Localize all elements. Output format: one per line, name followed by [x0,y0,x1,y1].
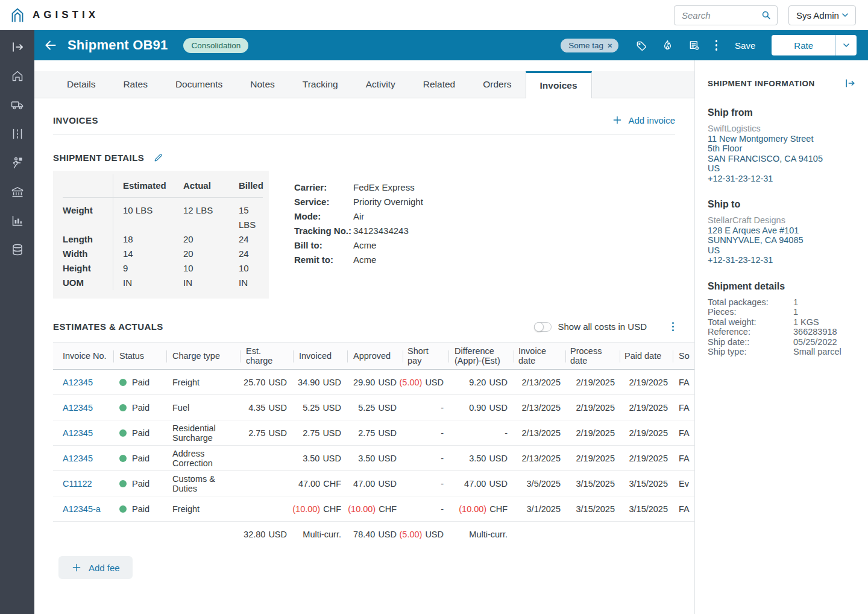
amount: (5.00) [399,530,422,539]
chip-close-icon[interactable]: × [608,41,612,50]
bank-icon[interactable] [10,185,25,199]
usd-toggle[interactable] [534,322,552,332]
expand-icon[interactable] [10,40,25,54]
rate-button[interactable]: Rate [772,35,835,55]
table-row: A12345PaidResidential Surcharge2.75USD2.… [53,420,694,446]
top-right: Sys Admin [674,5,856,25]
tab-activity[interactable]: Activity [352,71,409,98]
add-invoice-button[interactable]: Add invoice [612,115,675,125]
dims-value: IN [113,276,174,290]
amount: 9.20 [469,378,486,387]
bar-chart-icon[interactable] [10,214,25,228]
currency: USD [268,530,287,539]
truck-icon[interactable] [10,98,25,112]
currency: CHF [379,504,397,514]
add-fee-button[interactable]: Add fee [58,556,133,579]
col-header-label: Invoiced [299,351,332,361]
invoice-number-link[interactable]: A12345-a [63,504,101,514]
search-box[interactable] [674,5,778,25]
col-header-est_charge: Est. charge [240,343,293,369]
brand: AGISTIX [8,6,99,24]
currency: USD [322,378,341,387]
tab-rates[interactable]: Rates [109,71,162,98]
estimates-kebab-icon[interactable] [671,321,675,332]
currency: USD [268,403,287,413]
amount: 25.70 [244,378,265,387]
section-divider [53,135,675,135]
invoice-number-link[interactable]: A12345 [63,454,93,463]
est_charge-cell: 2.75USD [240,428,293,438]
invoice-number-link[interactable]: A12345 [63,378,93,387]
tag-icon[interactable] [635,39,647,52]
paid_date-cell: 2/19/2025 [620,403,673,413]
search-icon[interactable] [761,10,772,21]
source-cell: FA [673,504,694,514]
totals-approved-cell: 78.40USD [347,530,403,539]
dims-col-header: Actual [174,174,229,198]
dims-value: 24 [229,247,263,261]
status-cell: Paid [113,378,166,387]
short_pay-cell: - [403,454,448,463]
header-kebab-icon[interactable] [714,39,719,52]
col-header-short_pay: Short pay [403,343,448,369]
shipment-details-heading: Shipment details [708,281,856,292]
shipment-details-fields: Total packages:1Pieces:1Total weight:1 K… [708,297,856,357]
currency: USD [378,479,397,489]
role-selector-value: Sys Admin [796,10,839,21]
shipment-info-panel: SHIPMENT INFORMATION Ship from SwiftLogi… [694,60,868,614]
invoice-number-link[interactable]: A12345 [63,403,93,413]
database-icon[interactable] [10,242,25,257]
dims-value: IN [174,276,229,290]
amount: 32.80 [244,530,265,539]
road-icon[interactable] [10,127,25,141]
search-input[interactable] [681,10,761,21]
amount: 29.90 [353,378,375,387]
process_date-cell: 2/19/2025 [565,403,620,413]
status-dot-icon [119,429,127,437]
note-add-icon[interactable] [688,39,700,52]
currency: CHF [323,504,341,514]
col-header-approved: Approved [347,343,403,369]
tab-documents[interactable]: Documents [162,71,236,98]
flame-icon[interactable] [661,39,674,52]
ship-to-address: 128 E Arques Ave #101SUNNYVALE, CA 94085… [708,226,856,265]
tab-invoices[interactable]: Invoices [526,71,592,98]
panel-expand-icon[interactable] [844,77,856,89]
tab-notes[interactable]: Notes [236,71,289,98]
currency: USD [322,403,341,413]
status-label: Paid [132,428,149,438]
role-selector[interactable]: Sys Admin [788,5,856,25]
save-button[interactable]: Save [735,40,755,51]
tab-details[interactable]: Details [53,71,109,98]
col-header-label: Approved [353,351,391,361]
carrier-info-label: Mode: [294,209,353,224]
tab-orders[interactable]: Orders [469,71,525,98]
totals-short_pay-cell: (5.00)USD [403,530,448,539]
edit-pencil-icon[interactable] [153,153,163,163]
process_date-cell: 3/15/2025 [565,504,620,514]
tab-tracking[interactable]: Tracking [289,71,352,98]
detail-field-value: 05/25/2022 [793,337,856,347]
carrier-info-label: Remit to: [294,253,353,267]
status-dot-icon [119,480,127,487]
rate-dropdown-caret[interactable] [836,35,857,55]
currency: USD [322,428,341,438]
courier-icon[interactable] [10,156,25,170]
invoice-number-link[interactable]: C11122 [63,479,92,489]
carrier-info-value: Air [353,209,423,224]
detail-field-label: Total packages: [708,297,793,308]
currency: USD [378,428,397,438]
col-header-label: Invoice No. [63,351,107,361]
difference-cell: 0.90USD [448,403,514,413]
carrier-info-label: Service: [294,195,353,209]
invoice-number-cell: A12345-a [53,504,113,514]
back-arrow-icon[interactable] [43,37,58,53]
source-cell: FA [673,403,694,413]
invoice-number-cell: A12345 [53,403,113,413]
col-header-label: So [679,351,690,361]
tag-chip[interactable]: Some tag × [561,39,618,52]
address-line: 128 E Arques Ave #101 [708,226,856,236]
tab-related[interactable]: Related [409,71,469,98]
invoice-number-link[interactable]: A12345 [63,428,93,438]
home-icon[interactable] [10,69,25,83]
